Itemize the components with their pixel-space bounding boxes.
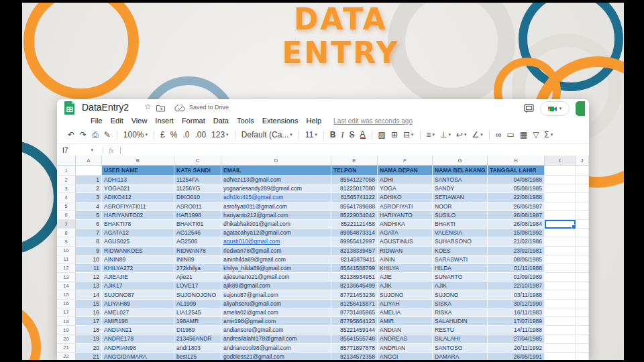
cell[interactable]: 14/11/1988 [488, 326, 545, 335]
cell[interactable]: AJIK [378, 282, 433, 290]
create-filter-button[interactable]: ▽ [533, 130, 539, 139]
cell[interactable]: 12 [76, 273, 102, 282]
cell[interactable] [545, 326, 576, 335]
cell[interactable]: KHILYA272 [102, 264, 174, 273]
cell[interactable]: 82134572358 [331, 353, 378, 360]
cell[interactable]: ADHI113 [102, 176, 174, 184]
font-size-select[interactable]: 11▾ [305, 130, 317, 139]
row-header-15[interactable]: 15 [57, 290, 76, 299]
cell[interactable]: SUJONO [433, 290, 488, 299]
cell[interactable]: HILDA [433, 264, 488, 273]
row-header-5[interactable]: 5 [57, 202, 76, 211]
cell[interactable] [545, 300, 576, 308]
cell[interactable]: 8 [76, 237, 102, 246]
cell[interactable]: 3 [76, 193, 102, 202]
cell[interactable]: ALIYAH [378, 300, 433, 308]
cell[interactable]: 03/11/1988 [488, 290, 545, 299]
cell[interactable]: andriancool98@gmail.com [221, 344, 331, 353]
cell[interactable]: AGATA [378, 229, 433, 237]
cell[interactable]: 16 [76, 308, 102, 317]
google-meet-button[interactable]: ▾ [540, 101, 570, 116]
cell[interactable]: 7 [76, 229, 102, 237]
cell[interactable]: 26/05/1991 [488, 353, 545, 360]
horizontal-align-button[interactable]: ≡▾ [427, 130, 435, 139]
menu-file[interactable]: File [87, 117, 107, 125]
cell[interactable] [545, 184, 576, 193]
select-all-corner[interactable] [57, 156, 76, 165]
cell[interactable] [545, 176, 576, 184]
cell[interactable] [545, 193, 576, 202]
row-header-22[interactable]: 22 [57, 353, 76, 360]
cell[interactable]: 05/08/1985 [488, 184, 545, 193]
menu-help[interactable]: Help [302, 117, 325, 125]
cell[interactable]: 89954873314 [331, 229, 378, 237]
row-header-7[interactable]: 7 [57, 220, 76, 229]
column-header-B[interactable]: B [102, 156, 174, 165]
cell[interactable]: KHILYA [378, 264, 433, 273]
email-link[interactable]: adh1ko415@gmail.com [223, 194, 283, 200]
cell[interactable] [576, 335, 589, 343]
email-link[interactable]: agusti010@gmail.com [223, 238, 280, 245]
cell[interactable] [545, 264, 576, 273]
cell[interactable]: aliyahseru@gmail.com [221, 300, 331, 308]
cell[interactable]: andresilalahi178@gmail.com [221, 335, 331, 343]
text-color-button[interactable]: A [360, 131, 366, 139]
cell[interactable]: BHAKTI01 [174, 220, 221, 229]
row-header-21[interactable]: 21 [57, 344, 76, 353]
cell[interactable] [545, 308, 576, 317]
cell[interactable]: SANTOSO [433, 344, 488, 353]
cell[interactable]: RIDWANKOES [102, 247, 174, 255]
cell[interactable]: SISKA [433, 300, 488, 308]
cell[interactable]: HARIYANTO [378, 211, 433, 220]
cell[interactable]: ANGGIDAMARA [102, 353, 174, 360]
cell[interactable]: 10 [76, 255, 102, 264]
active-cell-selection[interactable] [545, 220, 576, 229]
cell[interactable]: 85229034042 [331, 211, 378, 220]
cell[interactable]: 85221121458 [331, 220, 378, 229]
cell[interactable]: hariyanto212@gmail.com [221, 211, 331, 220]
cell[interactable] [576, 344, 589, 353]
column-header-F[interactable]: F [378, 156, 433, 165]
cell[interactable]: SUNARTO [433, 273, 488, 282]
cell[interactable] [576, 176, 589, 184]
cell[interactable]: ASROFIYATI011 [102, 202, 174, 211]
cell[interactable]: 21 [76, 353, 102, 360]
header-cell[interactable]: NAMA BELAKANG [433, 166, 488, 176]
row-header-3[interactable]: 3 [57, 184, 76, 193]
cell[interactable]: yogaariesandy289@gmail.com [221, 184, 331, 193]
cell[interactable]: NOOR [433, 202, 488, 211]
cell[interactable]: asrofiyati011@gmail.com [221, 202, 331, 211]
cell[interactable]: AG12546 [174, 229, 221, 237]
cell[interactable] [545, 353, 576, 360]
menu-data[interactable]: Data [209, 117, 233, 125]
text-wrap-button[interactable]: ↩▾ [456, 130, 467, 139]
cell[interactable]: AMELIA [378, 308, 433, 317]
cell[interactable]: 272khilya [174, 264, 221, 273]
cell[interactable]: 11254FA [174, 176, 221, 184]
row-header-6[interactable]: 6 [57, 211, 76, 220]
cell[interactable]: ajik89@gmail.com [221, 282, 331, 290]
cell[interactable] [576, 317, 589, 326]
cell[interactable]: 19 [76, 335, 102, 343]
row-header-17[interactable]: 17 [57, 308, 76, 317]
cell[interactable] [576, 273, 589, 282]
cell[interactable] [576, 290, 589, 299]
cell[interactable]: HAR1998 [174, 211, 221, 220]
cell[interactable]: khilya_hilda89@gmail.com [221, 264, 331, 273]
cell[interactable]: SUHARSONO [433, 237, 488, 246]
row-header-14[interactable]: 14 [57, 282, 76, 290]
cell[interactable]: aininhilda89@gmail.com [221, 255, 331, 264]
cell[interactable]: ADHIKO [378, 193, 433, 202]
fill-color-button[interactable]: ▨ [378, 130, 386, 139]
cell[interactable]: ASRO011 [174, 202, 221, 211]
cell[interactable] [545, 247, 576, 255]
cell[interactable]: 13 [76, 282, 102, 290]
row-header-4[interactable]: 4 [57, 193, 76, 202]
strikethrough-button[interactable]: S [350, 130, 355, 139]
cell[interactable]: 82138339457 [331, 247, 378, 255]
cell[interactable]: 26/06/1987 [488, 202, 545, 211]
cell[interactable]: AMIR198 [102, 317, 174, 326]
cell[interactable]: YOGA021 [102, 184, 174, 193]
cell[interactable]: SARASWATI [433, 255, 488, 264]
cell[interactable] [576, 202, 589, 211]
